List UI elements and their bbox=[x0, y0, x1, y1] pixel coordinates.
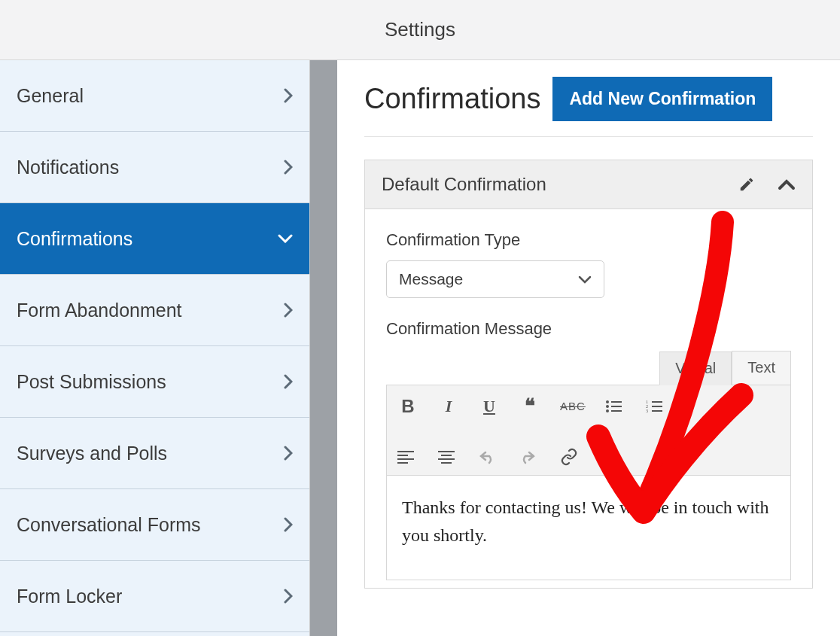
main-content: Confirmations Add New Confirmation Defau… bbox=[337, 60, 840, 636]
svg-rect-14 bbox=[397, 458, 414, 460]
svg-rect-15 bbox=[397, 462, 408, 464]
panel-actions bbox=[738, 176, 796, 193]
sidebar-item-label: Conversational Forms bbox=[17, 514, 201, 536]
tab-visual[interactable]: Visual bbox=[659, 351, 732, 385]
edit-icon[interactable] bbox=[738, 176, 755, 193]
chevron-right-icon bbox=[284, 374, 293, 389]
undo-button[interactable] bbox=[479, 449, 500, 464]
sidebar-item-notifications[interactable]: Notifications bbox=[0, 132, 309, 203]
svg-rect-9 bbox=[652, 406, 662, 407]
svg-point-2 bbox=[606, 405, 609, 408]
panel-title: Default Confirmation bbox=[382, 174, 546, 195]
align-center-button[interactable] bbox=[438, 450, 459, 464]
sidebar-item-surveys-polls[interactable]: Surveys and Polls bbox=[0, 418, 309, 489]
sidebar-item-label: Notifications bbox=[17, 157, 119, 178]
svg-rect-7 bbox=[652, 401, 662, 403]
page-title: Settings bbox=[385, 18, 455, 41]
settings-sidebar: General Notifications Confirmations Form… bbox=[0, 60, 310, 636]
svg-rect-13 bbox=[397, 455, 408, 456]
chevron-right-icon bbox=[284, 589, 293, 604]
svg-rect-16 bbox=[438, 451, 455, 452]
sidebar-item-label: Post Submissions bbox=[17, 371, 166, 393]
panel-body: Confirmation Type Message Confirmation M… bbox=[365, 209, 812, 588]
collapse-icon[interactable] bbox=[778, 178, 796, 190]
sidebar-item-form-abandonment[interactable]: Form Abandonment bbox=[0, 275, 309, 346]
main-header: Confirmations Add New Confirmation bbox=[364, 77, 813, 137]
add-confirmation-button[interactable]: Add New Confirmation bbox=[552, 77, 772, 121]
panel-header: Default Confirmation bbox=[365, 160, 812, 209]
editor-toolbar: B I U ❝ ABC 123 bbox=[387, 385, 790, 476]
underline-button[interactable]: U bbox=[479, 397, 500, 416]
sidebar-item-label: Form Abandonment bbox=[17, 300, 182, 321]
blockquote-button[interactable]: ❝ bbox=[519, 394, 540, 418]
svg-point-0 bbox=[606, 400, 609, 403]
numbered-list-button[interactable]: 123 bbox=[646, 400, 667, 413]
sidebar-item-label: Confirmations bbox=[17, 228, 132, 250]
rich-text-editor: B I U ❝ ABC 123 bbox=[386, 385, 791, 580]
sidebar-item-label: Surveys and Polls bbox=[17, 443, 167, 464]
chevron-right-icon bbox=[284, 88, 293, 103]
link-button[interactable] bbox=[560, 448, 581, 466]
svg-rect-18 bbox=[438, 458, 455, 460]
sidebar-item-conversational-forms[interactable]: Conversational Forms bbox=[0, 489, 309, 561]
sidebar-item-label: General bbox=[17, 85, 84, 107]
sidebar-item-label: Form Locker bbox=[17, 586, 122, 607]
strikethrough-button[interactable]: ABC bbox=[560, 400, 586, 412]
sidebar-item-post-submissions[interactable]: Post Submissions bbox=[0, 346, 309, 418]
tab-text[interactable]: Text bbox=[732, 351, 791, 385]
svg-point-4 bbox=[606, 409, 609, 412]
confirmation-panel: Default Confirmation Confirmation Type M… bbox=[364, 160, 813, 589]
confirmation-message-label: Confirmation Message bbox=[386, 319, 791, 339]
chevron-right-icon bbox=[284, 303, 293, 318]
svg-rect-11 bbox=[652, 410, 662, 412]
top-bar: Settings bbox=[0, 0, 840, 60]
svg-rect-5 bbox=[611, 410, 622, 412]
italic-button[interactable]: I bbox=[438, 397, 459, 416]
svg-rect-3 bbox=[611, 406, 622, 407]
sidebar-item-confirmations[interactable]: Confirmations bbox=[0, 203, 309, 275]
chevron-right-icon bbox=[284, 517, 293, 532]
bullet-list-button[interactable] bbox=[605, 400, 626, 413]
redo-button[interactable] bbox=[519, 449, 540, 464]
select-value: Message bbox=[399, 270, 463, 288]
section-title: Confirmations bbox=[364, 83, 540, 115]
chevron-right-icon bbox=[284, 160, 293, 175]
svg-rect-17 bbox=[441, 455, 452, 456]
bold-button[interactable]: B bbox=[397, 396, 418, 417]
chevron-right-icon bbox=[284, 446, 293, 461]
svg-text:3: 3 bbox=[646, 409, 648, 413]
sidebar-item-form-locker[interactable]: Form Locker bbox=[0, 561, 309, 632]
editor-content[interactable]: Thanks for contacting us! We will be in … bbox=[387, 476, 790, 580]
confirmation-type-label: Confirmation Type bbox=[386, 230, 791, 250]
chevron-down-icon bbox=[278, 234, 293, 243]
sidebar-item-general[interactable]: General bbox=[0, 60, 309, 132]
chevron-down-icon bbox=[578, 275, 592, 284]
divider-column bbox=[310, 60, 337, 636]
confirmation-type-select[interactable]: Message bbox=[386, 260, 604, 298]
svg-rect-12 bbox=[397, 451, 414, 452]
align-left-button[interactable] bbox=[397, 450, 418, 464]
svg-rect-1 bbox=[611, 401, 622, 403]
svg-rect-19 bbox=[441, 462, 452, 464]
editor-tabs: Visual Text bbox=[386, 351, 791, 385]
